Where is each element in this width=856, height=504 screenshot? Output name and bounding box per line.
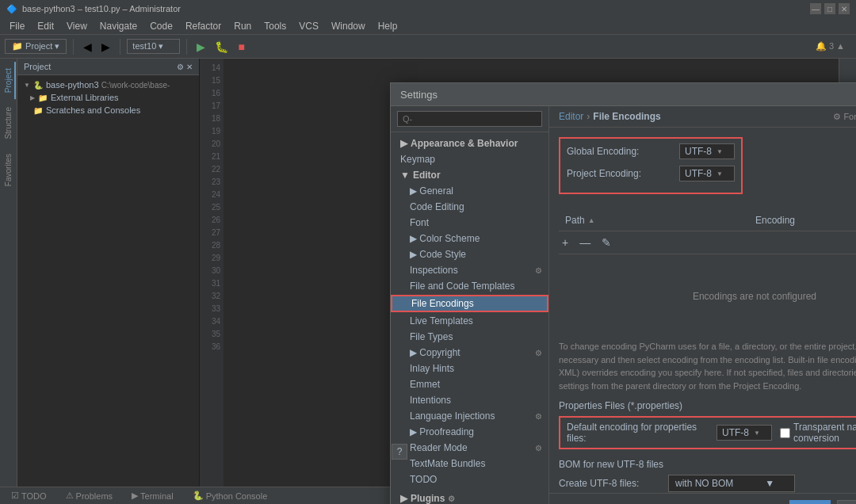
settings-code-editing[interactable]: Code Editing — [391, 199, 548, 215]
transparent-checkbox[interactable] — [780, 428, 790, 438]
settings-live-templates-label: Live Templates — [410, 315, 473, 326]
settings-font-label: Font — [410, 217, 429, 228]
settings-file-code-templates[interactable]: File and Code Templates — [391, 278, 548, 294]
settings-general[interactable]: ▶ General — [391, 183, 548, 199]
todo-label: TODO — [21, 491, 47, 501]
menu-refactor[interactable]: Refactor — [179, 19, 227, 33]
settings-emmet[interactable]: Emmet — [391, 376, 548, 392]
add-row-button[interactable]: + — [559, 235, 571, 250]
tree-scratches[interactable]: 📁 Scratches and Consoles — [17, 104, 199, 116]
settings-reader-mode[interactable]: Reader Mode ⚙ — [391, 440, 548, 456]
transparent-checkbox-label[interactable]: Transparent native-to-ascii conversion — [780, 422, 856, 444]
remove-row-button[interactable]: — — [576, 235, 594, 250]
project-panel-options[interactable]: ⚙ ✕ — [177, 63, 193, 71]
settings-search-input[interactable] — [397, 111, 542, 127]
settings-plugins-label: Plugins — [411, 493, 445, 504]
settings-appearance-label: Appearance & Behavior — [411, 138, 518, 149]
back-button[interactable]: ◀ — [80, 39, 95, 55]
terminal-tab[interactable]: ▶ Terminal — [127, 491, 178, 501]
ok-button[interactable]: OK — [789, 500, 830, 504]
settings-inlay-hints[interactable]: Inlay Hints — [391, 361, 548, 376]
settings-copyright-label: ▶ Copyright — [410, 347, 460, 358]
menu-vcs[interactable]: VCS — [292, 19, 325, 33]
settings-keymap[interactable]: Keymap — [391, 151, 548, 167]
notification-badge[interactable]: 🔔 3 ▲ — [809, 41, 851, 52]
bom-select[interactable]: with NO BOM ▼ — [668, 475, 795, 492]
menu-view[interactable]: View — [60, 19, 94, 33]
menu-code[interactable]: Code — [143, 19, 179, 33]
properties-row-highlight: Default encoding for properties files: U… — [559, 416, 856, 449]
settings-proofreading-label: ▶ Proofreading — [410, 426, 474, 437]
stop-button[interactable]: ■ — [235, 39, 247, 55]
properties-section-title: Properties Files (*.properties) — [559, 400, 856, 411]
settings-color-scheme[interactable]: ▶ Color Scheme — [391, 231, 548, 246]
settings-search — [391, 106, 548, 132]
settings-todo[interactable]: TODO — [391, 472, 548, 487]
problems-tab[interactable]: ⚠ Problems — [61, 491, 117, 501]
menu-navigate[interactable]: Navigate — [94, 19, 143, 33]
bom-select-value: with NO BOM — [675, 478, 733, 489]
project-encoding-select[interactable]: UTF-8 ▼ — [679, 166, 735, 181]
toolbar-separator — [73, 39, 74, 55]
settings-textmate[interactable]: TextMate Bundles — [391, 456, 548, 472]
settings-intentions[interactable]: Intentions — [391, 392, 548, 408]
settings-file-code-templates-label: File and Code Templates — [410, 281, 515, 292]
todo-tab[interactable]: ☑ TODO — [6, 491, 52, 501]
properties-encoding-select[interactable]: UTF-8 ▼ — [717, 425, 772, 441]
settings-editor[interactable]: ▼ Editor — [391, 167, 548, 183]
global-encoding-value: UTF-8 — [685, 146, 712, 157]
debug-button[interactable]: 🐛 — [212, 39, 231, 55]
global-encoding-select[interactable]: UTF-8 ▼ — [679, 143, 735, 159]
menu-edit[interactable]: Edit — [31, 19, 60, 33]
project-dropdown[interactable]: 📁 Project ▾ — [5, 39, 67, 54]
settings-language-injections[interactable]: Language Injections ⚙ — [391, 408, 548, 424]
structure-tab[interactable]: Structure — [1, 101, 16, 146]
menu-window[interactable]: Window — [325, 19, 372, 33]
settings-file-types[interactable]: File Types — [391, 329, 548, 345]
settings-font[interactable]: Font — [391, 215, 548, 231]
run-button[interactable]: ▶ — [193, 39, 208, 55]
menu-file[interactable]: File — [3, 19, 31, 33]
dialog-body: ▶ Appearance & Behavior Keymap ▼ Editor — [391, 106, 856, 504]
path-header[interactable]: Path ▲ — [559, 212, 749, 228]
project-tab[interactable]: Project — [1, 62, 16, 99]
settings-inspections[interactable]: Inspections ⚙ — [391, 262, 548, 278]
help-button[interactable]: ? — [392, 444, 407, 460]
settings-code-style-label: ▶ Code Style — [410, 249, 466, 260]
project-panel: Project ⚙ ✕ ▼ 🐍 base-python3 C:\work-cod… — [17, 59, 200, 487]
settings-copyright[interactable]: ▶ Copyright ⚙ — [391, 345, 548, 361]
bottom-tabs: ☑ TODO ⚠ Problems ▶ Terminal 🐍 Python Co… — [6, 491, 272, 501]
menu-tools[interactable]: Tools — [258, 19, 292, 33]
plugins-badge: ⚙ — [448, 494, 455, 503]
expand-arrow3: ▶ — [400, 493, 407, 504]
tree-external-libraries[interactable]: ▶ 📁 External Libraries — [17, 91, 199, 104]
python-console-tab[interactable]: 🐍 Python Console — [188, 491, 273, 501]
line-numbers: 1415161718192021222324252627282930313233… — [200, 59, 224, 487]
breadcrumb: Editor › File Encodings — [559, 111, 661, 122]
settings-reader-mode-label: Reader Mode — [410, 442, 468, 453]
encoding-highlight-box: Global Encoding: UTF-8 ▼ Project Encodin… — [559, 137, 743, 194]
forward-button[interactable]: ▶ — [98, 39, 113, 55]
tree-root[interactable]: ▼ 🐍 base-python3 C:\work-code\base- — [17, 78, 199, 91]
menu-bar: File Edit View Navigate Code Refactor Ru… — [0, 17, 856, 35]
menu-help[interactable]: Help — [372, 19, 404, 33]
minimize-button[interactable]: — — [810, 3, 821, 14]
encoding-header: Encoding — [749, 212, 856, 228]
cancel-button[interactable]: Cancel — [837, 500, 856, 504]
close-button[interactable]: ✕ — [839, 3, 850, 14]
default-encoding-label: Default encoding for properties files: — [567, 422, 709, 444]
title-bar-controls[interactable]: — □ ✕ — [810, 3, 850, 14]
settings-file-encodings[interactable]: File Encodings — [391, 295, 548, 312]
settings-appearance[interactable]: ▶ Appearance & Behavior — [391, 136, 548, 151]
settings-code-style[interactable]: ▶ Code Style — [391, 246, 548, 262]
settings-plugins[interactable]: ▶ Plugins ⚙ — [391, 491, 548, 504]
menu-run[interactable]: Run — [227, 19, 258, 33]
favorites-tab[interactable]: Favorites — [1, 147, 16, 193]
edit-row-button[interactable]: ✎ — [598, 235, 614, 250]
maximize-button[interactable]: □ — [824, 3, 835, 14]
title-bar: 🔷 base-python3 – test10.py – Administrat… — [0, 0, 856, 17]
title-bar-left: 🔷 base-python3 – test10.py – Administrat… — [6, 4, 181, 14]
settings-live-templates[interactable]: Live Templates — [391, 313, 548, 329]
settings-proofreading[interactable]: ▶ Proofreading — [391, 424, 548, 440]
run-config-dropdown[interactable]: test10 ▾ — [127, 39, 180, 54]
